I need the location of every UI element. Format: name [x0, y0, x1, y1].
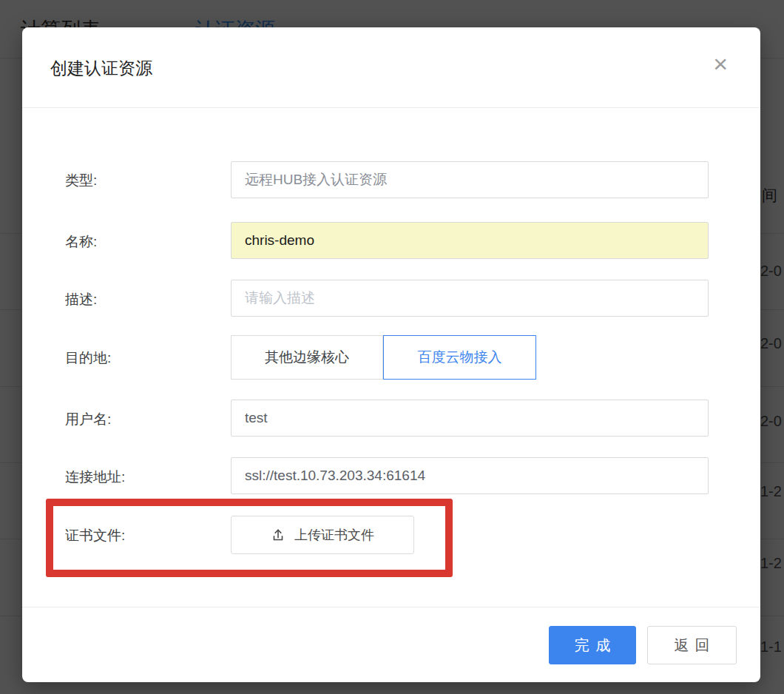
destination-option-other-edge-core[interactable]: 其他边缘核心: [231, 335, 383, 380]
destination-label: 目的地:: [65, 348, 220, 368]
upload-certificate-button[interactable]: 上传证书文件: [231, 516, 414, 554]
type-field[interactable]: [231, 161, 709, 198]
back-button[interactable]: 返回: [647, 626, 737, 664]
close-icon[interactable]: ×: [713, 51, 728, 76]
address-label: 连接地址:: [65, 468, 220, 487]
destination-option-baidu-iot[interactable]: 百度云物接入: [383, 335, 536, 380]
certificate-label: 证书文件:: [65, 526, 220, 545]
address-field[interactable]: [231, 457, 709, 494]
type-label: 类型:: [65, 171, 220, 190]
create-auth-resource-dialog: 创建认证资源 × 类型: 名称: 描述: 目的地: 其他边缘核心 百度云物接入 …: [22, 27, 760, 682]
confirm-button[interactable]: 完成: [549, 626, 636, 664]
description-field[interactable]: [231, 280, 709, 317]
description-label: 描述:: [65, 290, 220, 309]
upload-certificate-label: 上传证书文件: [294, 526, 374, 544]
upload-icon: [271, 528, 285, 542]
screen: 计算列表 认证资源 间 2-0 2-0 2-0 1-2 1-2 1-1 创建认证…: [0, 0, 784, 694]
username-field[interactable]: [231, 400, 709, 437]
dialog-title: 创建认证资源: [50, 57, 152, 80]
footer-divider: [22, 607, 760, 607]
dialog-header: 创建认证资源 ×: [22, 27, 760, 108]
name-field[interactable]: [231, 222, 709, 259]
name-label: 名称:: [65, 232, 220, 252]
username-label: 用户名:: [65, 410, 220, 429]
